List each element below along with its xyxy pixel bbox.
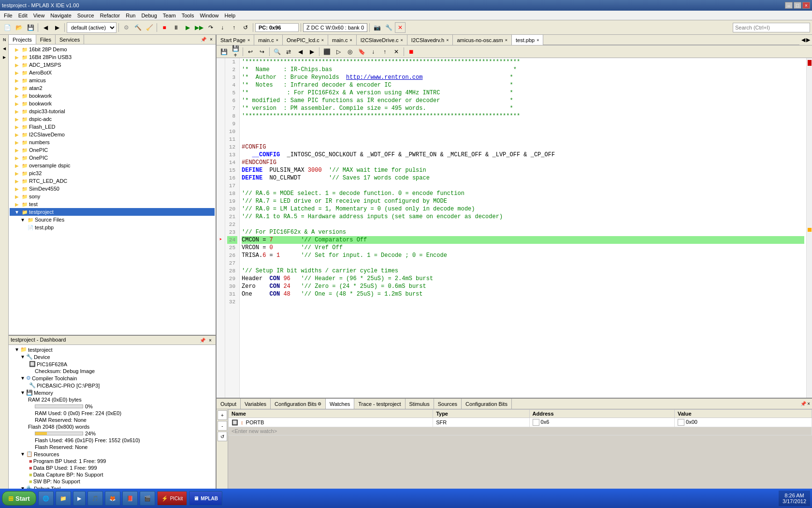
tb-build[interactable]: 🔨 [132,22,143,33]
tb-step-over[interactable]: ↷ [205,22,216,33]
tree-item-rtcledadc[interactable]: ▶ 📁 RTC_LED_ADC [10,177,215,185]
watches-add-btn[interactable]: + [218,410,227,420]
dash-item-flash[interactable]: Flash 2048 (0x800) words [11,423,214,430]
menu-view[interactable]: View [30,12,48,19]
close-amicus-tab[interactable]: × [505,38,508,43]
close-testpbp-tab[interactable]: × [536,38,539,43]
menu-tools[interactable]: Tools [179,12,197,19]
et-run-to[interactable]: ▷ [333,46,344,57]
et-clear-bookmarks[interactable]: ✕ [391,46,402,57]
taskbar-ie[interactable]: 🌐 [38,491,54,506]
et-find-next[interactable]: ▶ [306,46,317,57]
watches-refresh-btn[interactable]: ↺ [218,432,227,441]
window-controls[interactable]: – □ × [785,2,810,9]
editor-tab-startpage[interactable]: Start Page × [217,35,254,45]
taskbar-winamp[interactable]: 🎵 [87,491,103,506]
tb-step-into[interactable]: ↓ [217,22,228,33]
btab-trace[interactable]: Trace - testproject [354,399,405,409]
taskbar-pickit[interactable]: ⚡ PICkit [157,491,188,506]
tree-item-dspic33tutorial[interactable]: ▶ 📁 dspic33-tutorial [10,107,215,115]
menu-source[interactable]: Source [74,12,97,19]
tree-item-16bit28pinusb3[interactable]: ▶ 📁 16Bit 28Pin USB3 [10,53,215,61]
et-replace[interactable]: ⇄ [283,46,294,57]
tb-save[interactable]: 💾 [25,22,36,33]
tb-open[interactable]: 📂 [14,22,24,33]
minimize-btn[interactable]: – [785,2,793,9]
btab-configbits2[interactable]: Configuration Bits [462,399,512,409]
close-mainc2-tab[interactable]: × [349,38,352,43]
tb-programmer[interactable]: 📷 [372,22,382,33]
close-mainc1-tab[interactable]: × [276,38,278,43]
tree-item-testproject[interactable]: ▼ 📁 testproject [10,208,215,216]
btab-configbits1[interactable]: Configuration Bits ⚙ [271,399,326,409]
configuration-dropdown[interactable]: default (active) [67,22,116,33]
menu-run[interactable]: Run [123,12,138,19]
tb-stop[interactable]: ■ [159,22,170,33]
tree-item-sourcefiles[interactable]: ▼ 📁 Source Files [10,216,215,224]
tree-item-numbers[interactable]: ▶ 📁 numbers [10,138,215,146]
dash-item-checksum[interactable]: Checksum: Debug Image [11,368,214,374]
tb-stop-debug[interactable]: ✕ [395,22,406,33]
dash-item-picbasicpro[interactable]: 🔧 PICBASIC-PRO [C:\PBP3] [11,382,214,389]
tb-debug-tool[interactable]: 🔧 [383,22,394,33]
et-undo[interactable]: ↩ [245,46,256,57]
dash-item-pic16f628a[interactable]: 🔲 PIC16F628A [11,360,214,368]
tab-scroll-right[interactable]: ▶ [806,37,810,43]
et-redo[interactable]: ↪ [257,46,267,57]
nav-btn-3[interactable]: ▶ [0,53,8,61]
et-save-all[interactable]: 💾+ [230,46,241,57]
menu-refactor[interactable]: Refactor [97,12,123,19]
editor-tab-mainc1[interactable]: main.c × [254,35,283,45]
btab-output[interactable]: Output [217,399,241,409]
tb-clean[interactable]: 🧹 [144,22,155,33]
tree-item-testpbp[interactable]: 📄 test.pbp [10,224,215,231]
et-save[interactable]: 💾 [218,46,229,57]
tb-step-out[interactable]: ↑ [229,22,239,33]
close-i2cslavedrv-tab[interactable]: × [446,38,449,43]
menu-help[interactable]: Help [222,12,239,19]
et-debug-stop[interactable]: ⏹ [406,46,417,57]
close-i2cslavedrive-tab[interactable]: × [401,38,403,43]
et-toggle-bp[interactable]: ⬛ [321,46,332,57]
taskbar-acrobat[interactable]: 📕 [122,491,138,506]
close-startpage-tab[interactable]: × [247,38,250,43]
dash-item-memory[interactable]: ▼ 💾 Memory [11,389,214,396]
tb-pause[interactable]: ⏸ [171,22,181,33]
btab-variables[interactable]: Variables [241,399,271,409]
tree-item-simdev4550[interactable]: ▶ 📁 SimDev4550 [10,185,215,193]
tab-scroll-left[interactable]: ◀ [801,37,805,43]
maximize-btn[interactable]: □ [794,2,801,9]
tree-item-i2cslavedem[interactable]: ▶ 📁 I2CSlaveDemo [10,131,215,138]
panel-close[interactable]: × [208,36,215,43]
bottom-panel-close[interactable]: × [807,401,810,406]
tree-item-onepic2[interactable]: ▶ 📁 OnePIC [10,154,215,162]
dash-item-compiler[interactable]: ▼ ⚙ Compiler Toolchain [11,374,214,382]
tb-reset[interactable]: ↺ [240,22,251,33]
editor-tab-onepic-lcd[interactable]: OnePIC_lcd.c × [283,35,328,45]
tree-item-flashled[interactable]: ▶ 📁 Flash_LED [10,123,215,131]
code-content[interactable]: '***************************************… [240,58,806,398]
editor-tab-i2cslavedrv[interactable]: I2CSlavedrv.h × [407,35,453,45]
menu-debug[interactable]: Debug [138,12,160,19]
dash-item-device[interactable]: ▼ 🔧 Device [11,353,214,360]
menu-navigate[interactable]: Navigate [47,12,74,19]
watch-new-entry[interactable]: <Enter new watch> [229,427,812,435]
editor-scrollbar[interactable] [806,58,812,398]
btab-sources[interactable]: Sources [434,399,462,409]
watch-enter-new[interactable]: <Enter new watch> [229,427,812,435]
tb-make[interactable]: ⚙ [121,22,131,33]
tree-item-bookwork2[interactable]: ▶ 📁 bookwork [10,100,215,107]
dashboard-pin[interactable]: 📌 [199,337,206,344]
close-btn[interactable]: × [802,2,810,9]
dash-item-testproject[interactable]: ▼ 📁 testproject [11,346,214,353]
taskbar-media[interactable]: ▶ [73,491,86,506]
tb-run[interactable]: ▶ [182,22,193,33]
nav-btn-1[interactable]: N [0,36,8,44]
tb-forward[interactable]: ▶ [52,22,62,33]
dash-item-resources[interactable]: ▼ 📋 Resources [11,450,214,458]
tb-new[interactable]: 📄 [2,22,13,33]
tree-item-bookwork1[interactable]: ▶ 📁 bookwork [10,92,215,100]
editor-tab-mainc2[interactable]: main.c × [328,35,357,45]
tree-item-adc1msps[interactable]: ▶ 📁 ADC_1MSPS [10,61,215,69]
taskbar-explorer[interactable]: 📁 [56,491,71,506]
